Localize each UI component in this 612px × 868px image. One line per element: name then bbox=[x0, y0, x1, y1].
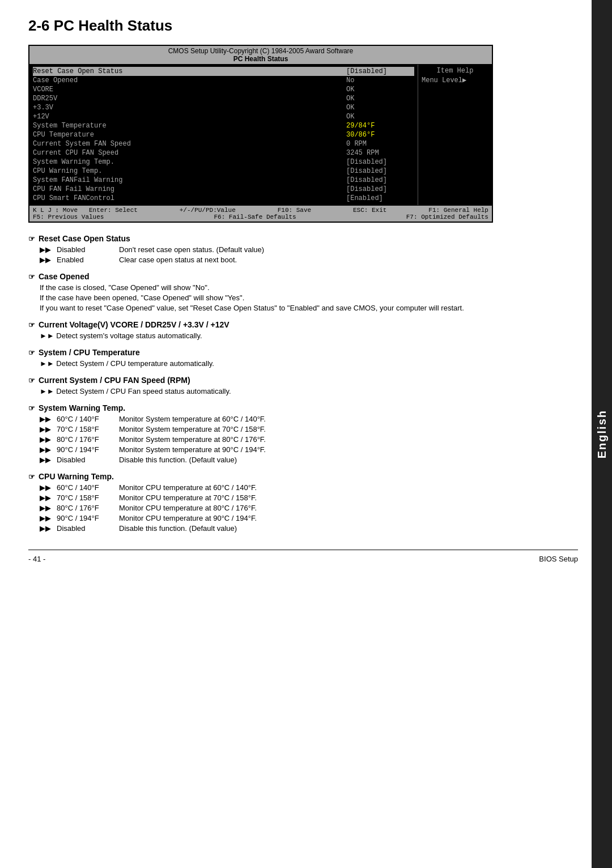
bullet-row: ▶▶90°C / 194°FMonitor CPU temperature at… bbox=[40, 514, 578, 522]
bullet-label: 70°C / 158°F bbox=[57, 493, 113, 502]
bullet-row: ▶▶70°C / 158°FMonitor CPU temperature at… bbox=[40, 493, 578, 502]
bios-row-label: CPU FAN Fail Warning bbox=[33, 185, 346, 193]
bios-row-value: [Disabled] bbox=[346, 185, 414, 193]
section-title-reset-case-open-status: ☞ Reset Case Open Status bbox=[28, 234, 578, 243]
bullet-label: 60°C / 140°F bbox=[57, 483, 113, 492]
bios-row-value: [Disabled] bbox=[346, 158, 414, 166]
bullet-row: ▶▶DisabledDisable this function. (Defaul… bbox=[40, 524, 578, 533]
bios-row: Case OpenedNo bbox=[33, 76, 414, 85]
bullet-label: 60°C / 140°F bbox=[57, 415, 113, 423]
section-current-fan-speed: ☞ Current System / CPU FAN Speed (RPM)►►… bbox=[28, 376, 578, 395]
bios-row-value: [Disabled] bbox=[346, 67, 414, 75]
bios-row: +12VOK bbox=[33, 112, 414, 121]
bullet-desc: Disable this function. (Default value) bbox=[119, 524, 578, 533]
bios-row-label: System Warning Temp. bbox=[33, 158, 346, 166]
bullet-arrow-icon: ▶▶ bbox=[40, 483, 51, 492]
bios-row-label: DDR25V bbox=[33, 95, 346, 103]
bios-row-label: Reset Case Open Status bbox=[33, 67, 346, 75]
bios-main-col: Reset Case Open Status[Disabled]Case Ope… bbox=[29, 65, 418, 205]
bios-row: VCOREOK bbox=[33, 85, 414, 94]
arrow-icon: ☞ bbox=[28, 273, 35, 281]
bullet-arrow-icon: ▶▶ bbox=[40, 493, 51, 502]
bullet-label: Disabled bbox=[57, 524, 113, 533]
section-title-current-fan-speed: ☞ Current System / CPU FAN Speed (RPM) bbox=[28, 376, 578, 385]
bullet-desc: Monitor System temperature at 90°C / 194… bbox=[119, 445, 578, 454]
bios-row-label: CPU Temperature bbox=[33, 131, 346, 139]
bullet-label: 80°C / 176°F bbox=[57, 435, 113, 444]
bios-row-label: +3.3V bbox=[33, 104, 346, 112]
bullet-desc: Clear case open status at next boot. bbox=[119, 256, 578, 264]
bullet-arrow-icon: ▶▶ bbox=[40, 445, 51, 454]
section-system-warning-temp: ☞ System Warning Temp.▶▶60°C / 140°FMoni… bbox=[28, 403, 578, 464]
sections-container: ☞ Reset Case Open Status▶▶DisabledDon't … bbox=[28, 234, 578, 533]
bullet-arrow-icon: ▶▶ bbox=[40, 456, 51, 464]
bullet-row: ▶▶60°C / 140°FMonitor CPU temperature at… bbox=[40, 483, 578, 492]
arrow-icon: ☞ bbox=[28, 235, 35, 243]
section-title-system-cpu-temperature: ☞ System / CPU Temperature bbox=[28, 348, 578, 357]
bios-row: System Temperature29/84°F bbox=[33, 121, 414, 130]
section-paragraph: If you want to reset "Case Opened" value… bbox=[40, 304, 578, 312]
bios-row-label: CPU Smart FANControl bbox=[33, 194, 346, 202]
bios-help-col: Item Help Menu Level▶ bbox=[418, 65, 492, 205]
bullet-desc: Monitor CPU temperature at 60°C / 140°F. bbox=[119, 483, 578, 492]
bios-label: BIOS Setup bbox=[539, 555, 578, 563]
bios-footer-row1: K L J ↕ Move Enter: Select +/-/PU/PD:Val… bbox=[33, 207, 488, 214]
bios-row-value: OK bbox=[346, 86, 414, 93]
bios-row-value: 0 RPM bbox=[346, 140, 414, 148]
bios-row-label: +12V bbox=[33, 113, 346, 121]
section-title-system-warning-temp: ☞ System Warning Temp. bbox=[28, 403, 578, 412]
footer-value: +/-/PU/PD:Value bbox=[180, 207, 236, 214]
arrow-icon: ☞ bbox=[28, 404, 35, 412]
section-cpu-warning-temp: ☞ CPU Warning Temp.▶▶60°C / 140°FMonitor… bbox=[28, 472, 578, 533]
bullet-desc: Monitor System temperature at 70°C / 158… bbox=[119, 425, 578, 433]
section-body-current-voltage: ►► Detect system's voltage status automa… bbox=[40, 331, 578, 340]
bullet-row: ▶▶60°C / 140°FMonitor System temperature… bbox=[40, 415, 578, 423]
page-number: - 41 - bbox=[28, 555, 45, 563]
section-title-case-opened: ☞ Case Opened bbox=[28, 272, 578, 281]
bios-row-value: [Enabled] bbox=[346, 194, 414, 202]
footer-f5: F5: Previous Values bbox=[33, 214, 104, 220]
bios-row-label: System FANFail Warning bbox=[33, 176, 346, 184]
bios-row: +3.3VOK bbox=[33, 103, 414, 112]
bios-screen: CMOS Setup Utility-Copyright (C) 1984-20… bbox=[28, 45, 493, 223]
bullet-row: ►► Detect System / CPU temperature autom… bbox=[40, 359, 578, 368]
bios-help-text: Menu Level▶ bbox=[422, 76, 488, 84]
section-paragraph: If the case is closed, "Case Opened" wil… bbox=[40, 283, 578, 292]
section-body-system-warning-temp: ▶▶60°C / 140°FMonitor System temperature… bbox=[40, 415, 578, 464]
bios-row-value: OK bbox=[346, 95, 414, 103]
arrow-icon: ☞ bbox=[28, 473, 35, 481]
arrow-icon: ☞ bbox=[28, 348, 35, 357]
bullet-simple: ►► Detect System / CPU Fan speed status … bbox=[40, 387, 231, 395]
bios-body: Reset Case Open Status[Disabled]Case Ope… bbox=[29, 65, 492, 205]
bullet-row: ▶▶DisabledDisable this function. (Defaul… bbox=[40, 456, 578, 464]
bullet-row: ▶▶80°C / 176°FMonitor System temperature… bbox=[40, 435, 578, 444]
bios-row: DDR25VOK bbox=[33, 94, 414, 103]
english-label: English bbox=[596, 410, 609, 458]
bios-row-label: Current CPU FAN Speed bbox=[33, 149, 346, 157]
bullet-row: ▶▶EnabledClear case open status at next … bbox=[40, 256, 578, 264]
section-current-voltage: ☞ Current Voltage(V) VCORE / DDR25V / +3… bbox=[28, 320, 578, 340]
bios-row: Current System FAN Speed0 RPM bbox=[33, 139, 414, 148]
bullet-row: ▶▶70°C / 158°FMonitor System temperature… bbox=[40, 425, 578, 433]
bullet-arrow-icon: ▶▶ bbox=[40, 415, 51, 423]
bullet-arrow-icon: ▶▶ bbox=[40, 435, 51, 444]
arrow-icon: ☞ bbox=[28, 376, 35, 385]
bullet-desc: Monitor System temperature at 80°C / 176… bbox=[119, 435, 578, 444]
bios-row-label: CPU Warning Temp. bbox=[33, 167, 346, 175]
bios-row-label: System Temperature bbox=[33, 122, 346, 130]
bios-header-line1: CMOS Setup Utility-Copyright (C) 1984-20… bbox=[29, 47, 492, 55]
bios-row-label: Current System FAN Speed bbox=[33, 140, 346, 148]
bios-row-label: Case Opened bbox=[33, 76, 346, 84]
bullet-row: ▶▶DisabledDon't reset case open status. … bbox=[40, 245, 578, 254]
bullet-desc: Monitor System temperature at 60°C / 140… bbox=[119, 415, 578, 423]
bullet-desc: Don't reset case open status. (Default v… bbox=[119, 245, 578, 254]
bullet-label: Disabled bbox=[57, 245, 113, 254]
bios-header-line2: PC Health Status bbox=[29, 55, 492, 63]
bullet-label: Disabled bbox=[57, 456, 113, 464]
bullet-simple: ►► Detect System / CPU temperature autom… bbox=[40, 359, 214, 368]
page-footer: - 41 - BIOS Setup bbox=[28, 550, 578, 563]
bullet-simple: ►► Detect system's voltage status automa… bbox=[40, 331, 202, 340]
bios-row-value: [Disabled] bbox=[346, 167, 414, 175]
section-title-current-voltage: ☞ Current Voltage(V) VCORE / DDR25V / +3… bbox=[28, 320, 578, 329]
bios-row-value: [Disabled] bbox=[346, 176, 414, 184]
